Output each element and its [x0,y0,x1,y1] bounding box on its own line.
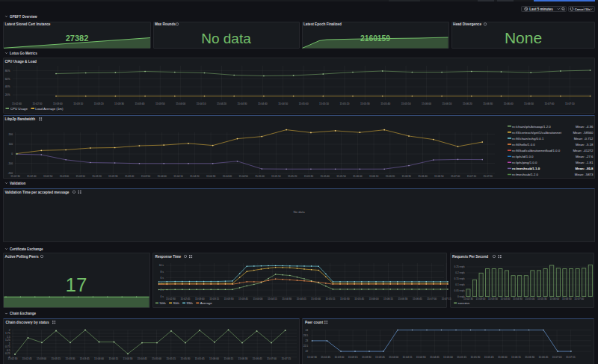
svg-text:40%: 40% [5,85,10,88]
svg-text:15:04:40: 15:04:40 [223,175,232,178]
svg-text:15:07:00: 15:07:00 [574,297,584,300]
svg-text:15:02:45: 15:02:45 [321,356,330,359]
svg-text:15:06:15: 15:06:15 [224,357,233,360]
svg-text:15:07:15: 15:07:15 [281,357,291,360]
svg-text:15:07:15: 15:07:15 [442,297,451,300]
svg-text:15:03:20: 15:03:20 [92,175,102,178]
svg-text:15:05:00: 15:05:00 [152,357,161,360]
svg-text:15:03:30: 15:03:30 [108,175,118,178]
svg-text:15:03:15: 15:03:15 [51,357,61,360]
svg-text:1.75: 1.75 [5,332,10,335]
svg-text:90th: 90th [173,301,180,305]
svg-text:success: success [458,301,470,305]
svg-text:Head Divergence: Head Divergence [453,22,481,26]
svg-text:15:02:30: 15:02:30 [10,175,20,178]
svg-text:0.75: 0.75 [5,345,10,348]
svg-text:15:07:00: 15:07:00 [544,102,554,105]
svg-text:15:02:40: 15:02:40 [27,175,37,178]
svg-text:15:07:10: 15:07:10 [565,102,575,105]
svg-text:15:04:15: 15:04:15 [108,357,118,360]
svg-text:15:06:50: 15:06:50 [434,175,444,178]
svg-text:100: 100 [8,143,13,146]
svg-text:23: 23 [306,339,309,342]
svg-text:15:05:30: 15:05:30 [537,297,547,300]
svg-text:15:06:30: 15:06:30 [525,356,534,359]
svg-text:15:04:00: 15:04:00 [176,102,185,105]
svg-text:15:05:30: 15:05:30 [360,102,370,105]
svg-text:15:03:00: 15:03:00 [195,297,205,300]
svg-text:0.1 req/s: 0.1 req/s [455,283,465,286]
svg-text:15:04:00: 15:04:00 [500,297,510,300]
svg-text:15:06:00: 15:06:00 [549,297,559,300]
svg-text:22.5: 22.5 [303,345,309,348]
svg-text:15:05:45: 15:05:45 [195,357,205,360]
svg-text:15:03:00: 15:03:00 [476,297,486,300]
svg-text:80%: 80% [5,70,10,73]
svg-text:0.25: 0.25 [5,352,10,355]
svg-text:15:04:30: 15:04:30 [513,297,523,300]
svg-text:15:03:00: 15:03:00 [53,102,63,105]
svg-text:15:05:15: 15:05:15 [166,357,176,360]
svg-text:17: 17 [66,274,87,296]
svg-text:15:05:10: 15:05:10 [271,175,281,178]
svg-text:15:05:40: 15:05:40 [320,175,330,178]
svg-text:Mean: -1.81: Mean: -1.81 [576,161,594,164]
svg-text:15:06:30: 15:06:30 [562,297,572,300]
svg-text:0.05 req/s: 0.05 req/s [454,289,466,292]
svg-text:1: 1 [9,342,10,345]
svg-text:15:06:15: 15:06:15 [383,297,393,300]
svg-text:15:05:40: 15:05:40 [380,102,390,105]
svg-text:Latest Epoch Finalized: Latest Epoch Finalized [303,22,342,26]
svg-text:15:03:40: 15:03:40 [135,102,144,105]
svg-text:15:04:00: 15:04:00 [94,357,104,360]
svg-text:15:06:50: 15:06:50 [524,102,534,105]
svg-text:rx:/fil/chain/xchg/0.0.1: rx:/fil/chain/xchg/0.0.1 [512,137,544,141]
svg-text:15:03:10: 15:03:10 [73,102,83,105]
svg-text:2160159: 2160159 [360,34,390,43]
svg-text:15:04:30: 15:04:30 [416,356,426,359]
svg-text:15:04:30: 15:04:30 [282,297,292,300]
svg-text:15:06:45: 15:06:45 [538,356,548,359]
svg-text:15:06:40: 15:06:40 [504,102,514,105]
svg-text:0 s: 0 s [161,295,164,298]
svg-text:15:04:45: 15:04:45 [297,297,306,300]
svg-text:15:05:00: 15:05:00 [255,175,265,178]
svg-text:GPBFT Overview: GPBFT Overview [10,15,37,19]
svg-text:15:04:20: 15:04:20 [217,102,226,105]
svg-text:15:06:00: 15:06:00 [498,356,508,359]
svg-text:Mean: -4.36: Mean: -4.36 [576,125,594,129]
svg-text:0.15 req/s: 0.15 req/s [454,277,466,280]
svg-text:15:06:10: 15:06:10 [369,175,379,178]
svg-text:60%: 60% [5,78,10,81]
svg-text:15:05:15: 15:05:15 [325,297,335,300]
svg-text:15:05:30: 15:05:30 [340,297,350,300]
svg-text:15:02:50: 15:02:50 [32,102,42,105]
svg-text:rx:/fil/hello/1.0.0: rx:/fil/hello/1.0.0 [512,143,535,146]
svg-text:rx:/f3/certexch/get/1/calibrat: rx:/f3/certexch/get/1/calibrationnet [512,131,562,135]
svg-text:Mean: -41272: Mean: -41272 [573,149,594,152]
svg-text:Requests Per Second: Requests Per Second [452,255,488,259]
svg-text:Latest Stored Cert Instance: Latest Stored Cert Instance [5,22,51,26]
svg-text:Mean: -95.8: Mean: -95.8 [576,167,594,170]
svg-text:15:06:00: 15:06:00 [209,357,219,360]
svg-text:15:05:45: 15:05:45 [484,356,494,359]
svg-text:1.25: 1.25 [5,339,10,342]
svg-text:15:02:50: 15:02:50 [43,175,53,178]
svg-text:15:02:45: 15:02:45 [22,357,32,360]
svg-text:15:06:20: 15:06:20 [386,175,395,178]
svg-text:15:06:30: 15:06:30 [238,357,248,360]
svg-text:15:02:30: 15:02:30 [307,356,317,359]
svg-text:15:03:30: 15:03:30 [224,297,234,300]
svg-text:200: 200 [8,133,13,136]
svg-text:0.2 req/s: 0.2 req/s [455,271,465,274]
svg-text:15:05:10: 15:05:10 [319,102,329,105]
svg-text:15:06:20: 15:06:20 [463,102,472,105]
svg-text:15:04:10: 15:04:10 [173,175,183,178]
svg-text:Active Polling Peers: Active Polling Peers [5,255,39,259]
svg-text:15:03:40: 15:03:40 [125,175,135,178]
svg-text:15:03:15: 15:03:15 [348,356,358,359]
svg-text:Response Time: Response Time [155,255,182,259]
svg-text:15:05:30: 15:05:30 [470,356,480,359]
svg-text:15:07:00: 15:07:00 [267,357,277,360]
svg-text:rx:/meshsub/1.2.0: rx:/meshsub/1.2.0 [512,173,538,176]
